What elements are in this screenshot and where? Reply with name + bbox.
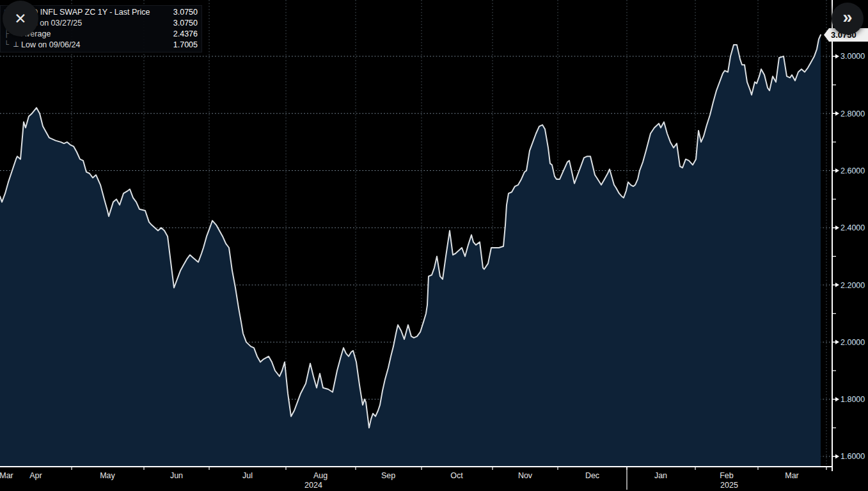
chevron-double-right-icon: » — [842, 8, 852, 28]
x-axis-month-label: May — [100, 471, 115, 480]
low-label: Low on 09/06/24 — [21, 40, 80, 49]
y-axis-label: 1.6000 — [840, 452, 865, 461]
x-axis-month-label: Oct — [450, 471, 463, 480]
y-tick-arrow — [835, 454, 839, 458]
x-axis-month-label: Dec — [585, 471, 599, 480]
x-axis-month-label: Sep — [381, 471, 395, 480]
x-axis-year-label: 2025 — [720, 481, 738, 490]
y-axis-label: 2.2000 — [840, 281, 865, 290]
x-axis-month-label: Apr — [29, 471, 42, 480]
close-button[interactable]: ✕ — [3, 1, 38, 36]
terminal-chart-window: { "icons": { "close": "✕", "expand": "»"… — [0, 0, 868, 491]
x-axis-month-label: Jul — [242, 471, 253, 480]
price-chart[interactable]: 3.00002.80002.60002.40002.20002.00001.80… — [0, 0, 868, 491]
y-tick-arrow — [835, 225, 839, 230]
plot-area[interactable] — [0, 0, 826, 467]
y-axis-label: 1.8000 — [840, 395, 865, 404]
tree-branch-end-icon: └ — [3, 41, 11, 48]
x-axis-year-label: 2024 — [304, 481, 322, 490]
average-value: 2.4376 — [173, 29, 198, 38]
close-icon: ✕ — [14, 10, 26, 28]
expand-button[interactable]: » — [832, 3, 864, 35]
y-tick-arrow — [835, 340, 839, 344]
low-value: 1.7005 — [173, 40, 198, 49]
x-axis-month-label: Mar — [785, 471, 799, 480]
x-axis-month-label: Feb — [720, 471, 734, 480]
y-tick-arrow — [835, 283, 839, 287]
y-axis-label: 2.4000 — [840, 223, 865, 232]
y-axis-label: 3.0000 — [840, 52, 865, 61]
x-axis-month-label: Jun — [170, 471, 183, 480]
y-tick-arrow — [835, 397, 839, 401]
x-axis-month-label: Jan — [654, 471, 667, 480]
y-tick-arrow — [835, 54, 839, 58]
x-axis-month-label: Mar — [0, 471, 13, 480]
high-value: 3.0750 — [173, 19, 198, 28]
x-axis-month-label: Nov — [518, 471, 533, 480]
legend-low-row: └ ⊥ Low on 09/06/24 1.7005 — [3, 39, 198, 50]
low-marker-icon: ⊥ — [11, 41, 21, 48]
y-tick-arrow — [835, 168, 839, 173]
y-axis-label: 2.8000 — [840, 109, 865, 118]
x-axis-month-label: Aug — [313, 471, 327, 480]
y-axis-label: 2.6000 — [840, 166, 865, 175]
y-tick-arrow — [835, 111, 839, 116]
y-axis-label: 2.0000 — [840, 338, 865, 347]
last-price-value: 3.0750 — [173, 8, 198, 17]
series-title: USD INFL SWAP ZC 1Y - Last Price — [21, 8, 150, 17]
